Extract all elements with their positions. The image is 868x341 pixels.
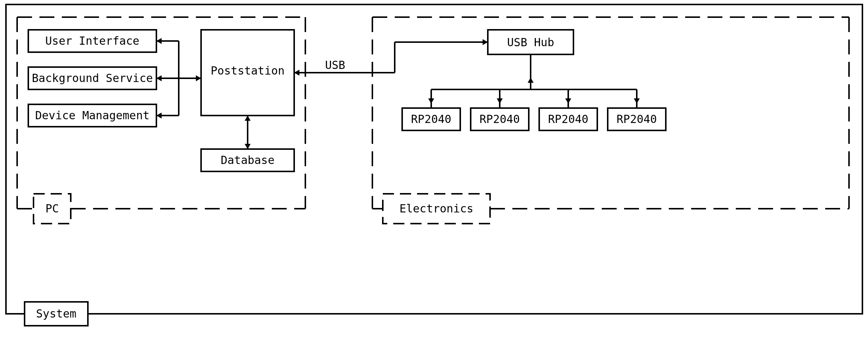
- label-rp2040-3: RP2040: [548, 113, 588, 126]
- svg-marker-14: [245, 116, 251, 121]
- svg-marker-30: [428, 98, 434, 104]
- label-device-management: Device Management: [35, 109, 149, 122]
- svg-marker-36: [634, 98, 640, 104]
- label-background-service: Background Service: [32, 72, 153, 85]
- svg-marker-22: [294, 70, 299, 76]
- label-user-interface: User Interface: [45, 34, 140, 47]
- system-label: System: [36, 307, 76, 320]
- system-diagram: PC User Interface Background Service Dev…: [0, 0, 868, 341]
- label-usb-hub: USB Hub: [507, 36, 554, 49]
- svg-marker-9: [196, 75, 201, 81]
- label-rp2040-1: RP2040: [411, 113, 451, 126]
- electronics-label: Electronics: [400, 202, 474, 215]
- svg-marker-8: [156, 75, 162, 81]
- label-usb-link: USB: [325, 59, 345, 72]
- pc-label: PC: [45, 202, 59, 215]
- svg-marker-27: [528, 78, 534, 83]
- svg-marker-15: [245, 144, 251, 149]
- label-poststation: Poststation: [211, 64, 285, 77]
- svg-marker-32: [497, 98, 503, 104]
- svg-marker-11: [156, 113, 162, 119]
- label-rp2040-2: RP2040: [480, 113, 520, 126]
- svg-marker-6: [156, 38, 162, 44]
- svg-marker-25: [483, 39, 488, 45]
- svg-marker-34: [565, 98, 571, 104]
- label-rp2040-4: RP2040: [617, 113, 657, 126]
- label-database: Database: [221, 154, 275, 167]
